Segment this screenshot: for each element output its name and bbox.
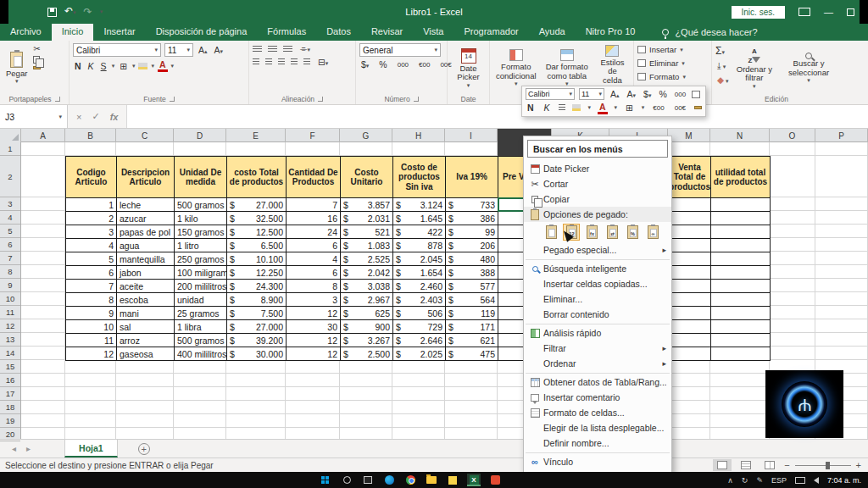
cell[interactable]: 16 — [287, 212, 341, 225]
percent-style-button[interactable]: % — [377, 59, 388, 69]
menu-item-análisis-rápido[interactable]: Análisis rápido — [524, 325, 671, 341]
align-bottom-icon[interactable] — [283, 46, 292, 53]
redo-button[interactable]: ↷ — [84, 7, 92, 17]
cell[interactable]: 3 — [287, 293, 341, 307]
cell[interactable]: $878 — [393, 239, 446, 252]
cell[interactable]: $3.038 — [341, 280, 393, 293]
cell[interactable]: 1 litro — [175, 239, 227, 252]
formula-input[interactable] — [127, 105, 868, 128]
cell[interactable]: 30 — [287, 320, 341, 334]
undo-button[interactable]: ↶▾ — [64, 6, 76, 18]
table-header-cell[interactable]: costo Total de productos — [227, 157, 287, 198]
cell[interactable]: 10 — [66, 320, 117, 334]
new-sheet-button[interactable]: + — [138, 443, 150, 455]
fill-color-button[interactable] — [138, 63, 147, 69]
zoom-out-button[interactable]: − — [784, 460, 789, 470]
bold-button[interactable]: N — [73, 61, 83, 71]
paste-option-transpose-icon[interactable]: ⇄ — [604, 224, 620, 241]
tab-archivo[interactable]: Archivo — [0, 24, 52, 41]
row-header-12[interactable]: 12 — [0, 319, 20, 333]
cell[interactable] — [711, 293, 771, 307]
cell[interactable]: 3 — [66, 225, 117, 239]
cell[interactable]: 24 — [287, 225, 341, 239]
cell[interactable]: 9 — [66, 307, 117, 320]
font-name-combo[interactable]: Calibri▾ — [73, 43, 161, 57]
next-sheet-icon[interactable]: ▸ — [26, 444, 31, 453]
cell[interactable] — [711, 334, 771, 347]
taskbar-snagit-icon[interactable] — [488, 474, 502, 486]
row-header-16[interactable]: 16 — [0, 374, 20, 387]
cell[interactable]: 1 libra — [175, 320, 227, 334]
cell[interactable]: $119 — [446, 307, 498, 320]
table-header-cell[interactable]: Venta Total de productos — [669, 157, 711, 198]
menu-item-definir-nombre[interactable]: Definir nombre... — [524, 435, 671, 451]
italic-button[interactable]: K — [86, 61, 96, 71]
tab-revisar[interactable]: Revisar — [361, 24, 413, 41]
sync-icon[interactable]: ↻ — [742, 476, 748, 485]
paste-option-paste-icon[interactable] — [542, 224, 559, 241]
menu-item-vínculo[interactable]: ∞Vínculo — [524, 454, 671, 469]
cell[interactable]: $99 — [446, 225, 498, 239]
row-header-14[interactable]: 14 — [0, 347, 20, 360]
enter-icon[interactable]: ✓ — [92, 111, 99, 122]
cell[interactable]: 7 — [287, 198, 341, 212]
page-break-view-button[interactable] — [760, 459, 779, 471]
column-header-O[interactable]: O — [770, 129, 815, 142]
mini-align-icon[interactable] — [559, 104, 565, 111]
cell[interactable] — [711, 198, 771, 212]
cell[interactable] — [711, 307, 771, 320]
cell[interactable]: $2.525 — [341, 252, 393, 266]
row-header-4[interactable]: 4 — [0, 211, 20, 225]
cell[interactable] — [711, 225, 771, 239]
cell[interactable]: 100 miligram — [175, 266, 227, 280]
cell[interactable]: mani — [117, 307, 175, 320]
cell[interactable] — [711, 266, 771, 280]
cell[interactable]: $1.654 — [393, 266, 446, 280]
cell[interactable]: $3.857 — [341, 198, 393, 212]
zoom-slider[interactable] — [795, 465, 851, 466]
mini-comma-button[interactable]: 000 — [673, 91, 687, 98]
mini-accounting-button[interactable]: $▾ — [642, 89, 653, 99]
cell[interactable]: 6 — [287, 266, 341, 280]
cell[interactable]: $733 — [446, 198, 498, 212]
row-header-11[interactable]: 11 — [0, 306, 20, 319]
grow-font-button[interactable]: A▴ — [197, 45, 209, 55]
merge-center-icon[interactable]: ⊟▾ — [316, 57, 330, 67]
cell[interactable] — [711, 320, 771, 334]
cell[interactable]: $12.500 — [227, 225, 287, 239]
menu-item-formato-de-celdas[interactable]: Formato de celdas... — [524, 405, 671, 420]
cell[interactable]: 4 — [287, 252, 341, 266]
decrease-indent-icon[interactable] — [291, 58, 298, 65]
cell[interactable]: escoba — [117, 293, 175, 307]
cell[interactable]: $12.250 — [227, 266, 287, 280]
cell[interactable] — [711, 347, 771, 361]
cell[interactable]: 150 gramos — [175, 225, 227, 239]
taskbar-chrome-icon[interactable] — [403, 474, 417, 486]
table-header-cell[interactable]: Unidad De medida — [175, 157, 227, 198]
copy-button[interactable] — [33, 56, 40, 64]
cell[interactable] — [711, 252, 771, 266]
cell[interactable]: $2.042 — [341, 266, 393, 280]
row-header-13[interactable]: 13 — [0, 333, 20, 347]
mini-increase-decimal-icon[interactable]: €00 — [651, 104, 665, 112]
mini-italic-button[interactable]: K — [542, 103, 552, 113]
active-cell-J3[interactable] — [498, 197, 526, 212]
cell[interactable] — [711, 280, 771, 293]
menu-item-date-picker[interactable]: Date Picker — [524, 161, 671, 176]
cell[interactable]: azucar — [117, 212, 175, 225]
column-header-B[interactable]: B — [65, 129, 116, 142]
table-header-cell[interactable]: Costo Unitario — [341, 157, 393, 198]
mini-borders-button[interactable]: ⊞ — [624, 103, 635, 113]
customize-qat-icon[interactable]: ▾ — [100, 8, 103, 15]
cell[interactable]: $3.267 — [341, 334, 393, 347]
cell[interactable] — [669, 266, 711, 280]
cell[interactable]: $24.300 — [227, 280, 287, 293]
row-header-2[interactable]: 2 — [0, 156, 20, 197]
ribbon-display-options-icon[interactable] — [798, 8, 810, 16]
table-header-cell[interactable]: utilidad total de productos — [711, 157, 771, 198]
cell[interactable]: $10.100 — [227, 252, 287, 266]
mini-shrink-font-button[interactable]: A▾ — [626, 89, 638, 99]
taskbar-edge-icon[interactable] — [382, 474, 396, 486]
menu-item-filtrar[interactable]: Filtrar▸ — [524, 341, 671, 356]
menu-item-ordenar[interactable]: Ordenar▸ — [524, 356, 671, 371]
